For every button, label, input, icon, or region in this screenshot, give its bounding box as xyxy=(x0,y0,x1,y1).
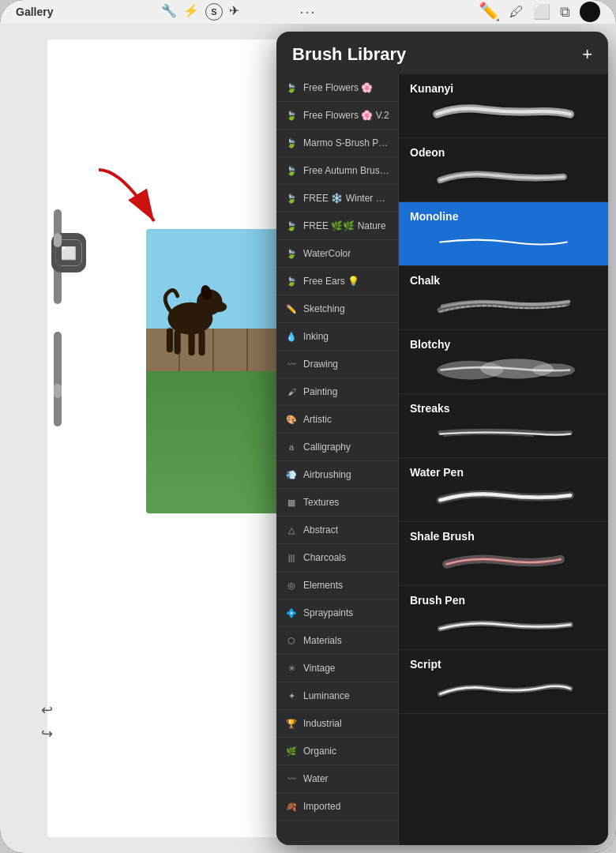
brush-item-chalk[interactable]: Chalk xyxy=(399,266,608,330)
add-brush-button[interactable]: + xyxy=(582,44,592,65)
brush-item-blotchy[interactable]: Blotchy xyxy=(399,330,608,394)
brush-item-brush-pen[interactable]: Brush Pen xyxy=(399,586,608,650)
category-item-charcoals[interactable]: ||| Charcoals xyxy=(276,544,398,572)
size-slider-thumb[interactable] xyxy=(54,384,62,398)
category-item-elements[interactable]: ◎ Elements xyxy=(276,572,398,599)
smudge-icon[interactable]: S xyxy=(205,3,223,21)
category-item-free-ears[interactable]: 🍃 Free Ears 💡 xyxy=(276,268,398,295)
category-icon-luminance: ✦ xyxy=(284,689,299,703)
brush-name-streaks: Streaks xyxy=(410,402,597,415)
transform-icon[interactable]: ✈ xyxy=(229,3,239,21)
category-label-abstract: Abstract xyxy=(303,524,338,535)
category-item-free-autumn[interactable]: 🍃 Free Autumn Brushes... xyxy=(276,157,398,185)
category-item-marmo[interactable]: 🍃 Marmo S-Brush Pack xyxy=(276,130,398,157)
category-icon-free-nature: 🍃 xyxy=(284,219,299,233)
category-icon-calligraphy: a xyxy=(284,440,299,454)
status-bar: Gallery 🔧 ⚡ S ✈ ··· ✏️ 🖊 ⬜ ⧉ xyxy=(0,0,616,24)
brush-item-script[interactable]: Script xyxy=(399,650,608,714)
category-icon-watercolor: 🍃 xyxy=(284,246,299,261)
category-icon-drawing: 〰 xyxy=(284,357,299,371)
color-swatch[interactable] xyxy=(580,2,600,22)
category-list[interactable]: 🍃 Free Flowers 🌸 🍃 Free Flowers 🌸 V.2 🍃 … xyxy=(276,74,399,845)
brush-active-icon[interactable]: ✏️ xyxy=(479,2,500,22)
brush-item-streaks[interactable]: Streaks xyxy=(399,394,608,458)
brush-item-shale-brush[interactable]: Shale Brush xyxy=(399,522,608,586)
brush-list[interactable]: Kunanyi Odeon Monoline Chalk Blotchy xyxy=(399,74,608,845)
category-icon-free-autumn: 🍃 xyxy=(284,163,299,178)
brush-stroke-streaks xyxy=(419,419,588,449)
category-item-organic[interactable]: 🌿 Organic xyxy=(276,738,398,765)
category-icon-vintage: ✳ xyxy=(284,661,299,675)
brush-preview-monoline xyxy=(410,227,597,257)
size-slider-track[interactable] xyxy=(54,332,62,426)
brush-item-odeon[interactable]: Odeon xyxy=(399,138,608,202)
redo-button[interactable]: ↪ xyxy=(41,725,53,742)
gallery-button[interactable]: Gallery xyxy=(16,6,53,18)
category-item-materials[interactable]: ⬡ Materials xyxy=(276,627,398,655)
category-item-water[interactable]: 〰 Water xyxy=(276,765,398,793)
category-item-industrial[interactable]: 🏆 Industrial xyxy=(276,710,398,738)
category-item-free-flowers-v2[interactable]: 🍃 Free Flowers 🌸 V.2 xyxy=(276,102,398,130)
eraser-icon[interactable]: ⬜ xyxy=(533,3,550,21)
category-label-airbrushing: Airbrushing xyxy=(303,469,351,480)
category-label-imported: Imported xyxy=(303,801,340,812)
category-item-abstract[interactable]: △ Abstract xyxy=(276,517,398,544)
category-label-inking: Inking xyxy=(303,331,329,342)
magic-wand-icon[interactable]: ⚡ xyxy=(183,3,199,21)
dog-photo xyxy=(146,229,280,513)
brush-stroke-monoline xyxy=(419,227,588,257)
category-item-textures[interactable]: ▦ Textures xyxy=(276,489,398,517)
brush-stroke-kunanyi xyxy=(419,100,588,130)
panel-header: Brush Library + xyxy=(276,32,608,74)
undo-button[interactable]: ↩ xyxy=(41,701,53,719)
three-dots: ··· xyxy=(299,4,316,21)
brush-item-monoline[interactable]: Monoline xyxy=(399,202,608,266)
category-icon-marmo: 🍃 xyxy=(284,136,299,150)
category-item-airbrushing[interactable]: 💨 Airbrushing xyxy=(276,461,398,489)
category-label-industrial: Industrial xyxy=(303,718,342,729)
category-item-imported[interactable]: 🍂 Imported xyxy=(276,793,398,821)
category-label-calligraphy: Calligraphy xyxy=(303,442,351,453)
category-icon-textures: ▦ xyxy=(284,495,299,509)
category-item-painting[interactable]: 🖌 Painting xyxy=(276,378,398,406)
category-item-calligraphy[interactable]: a Calligraphy xyxy=(276,434,398,461)
category-label-watercolor: WaterColor xyxy=(303,248,351,259)
category-item-sketching[interactable]: ✏️ Sketching xyxy=(276,295,398,323)
opacity-slider-thumb[interactable] xyxy=(54,233,62,247)
brush-name-shale-brush: Shale Brush xyxy=(410,530,597,543)
category-item-drawing[interactable]: 〰 Drawing xyxy=(276,351,398,378)
brush-name-kunanyi: Kunanyi xyxy=(410,82,597,95)
category-item-inking[interactable]: 💧 Inking xyxy=(276,323,398,351)
brush-name-chalk: Chalk xyxy=(410,274,597,287)
red-arrow xyxy=(75,154,201,241)
category-icon-artistic: 🎨 xyxy=(284,412,299,426)
category-label-drawing: Drawing xyxy=(303,359,338,370)
category-item-free-nature[interactable]: 🍃 FREE 🌿🌿 Nature xyxy=(276,212,398,240)
layers-icon[interactable]: ⧉ xyxy=(560,4,570,21)
category-item-vintage[interactable]: ✳ Vintage xyxy=(276,655,398,682)
category-item-spraypaints[interactable]: 💠 Spraypaints xyxy=(276,599,398,627)
brush-library-panel: Brush Library + 🍃 Free Flowers 🌸 🍃 Free … xyxy=(276,32,608,845)
category-label-artistic: Artistic xyxy=(303,414,332,425)
svg-rect-6 xyxy=(175,330,181,355)
svg-point-2 xyxy=(212,302,227,312)
smudge-right-icon[interactable]: 🖊 xyxy=(509,4,524,21)
brush-item-water-pen[interactable]: Water Pen xyxy=(399,458,608,522)
category-item-luminance[interactable]: ✦ Luminance xyxy=(276,682,398,710)
category-icon-materials: ⬡ xyxy=(284,633,299,648)
category-icon-free-flowers: 🍃 xyxy=(284,81,299,95)
brush-name-monoline: Monoline xyxy=(410,210,597,223)
category-item-watercolor[interactable]: 🍃 WaterColor xyxy=(276,240,398,268)
category-item-free-flowers[interactable]: 🍃 Free Flowers 🌸 xyxy=(276,74,398,102)
svg-rect-5 xyxy=(189,330,195,356)
svg-rect-4 xyxy=(199,330,205,356)
undo-redo-area: ↩ ↪ xyxy=(41,701,53,742)
brush-preview-odeon xyxy=(410,163,597,194)
category-label-vintage: Vintage xyxy=(303,663,335,674)
category-item-artistic[interactable]: 🎨 Artistic xyxy=(276,406,398,434)
brush-preview-water-pen xyxy=(410,483,597,513)
opacity-slider-track[interactable] xyxy=(54,209,62,304)
category-item-free-winter[interactable]: 🍃 FREE ❄️ Winter N... xyxy=(276,185,398,212)
wrench-icon[interactable]: 🔧 xyxy=(161,3,177,21)
brush-item-kunanyi[interactable]: Kunanyi xyxy=(399,74,608,138)
